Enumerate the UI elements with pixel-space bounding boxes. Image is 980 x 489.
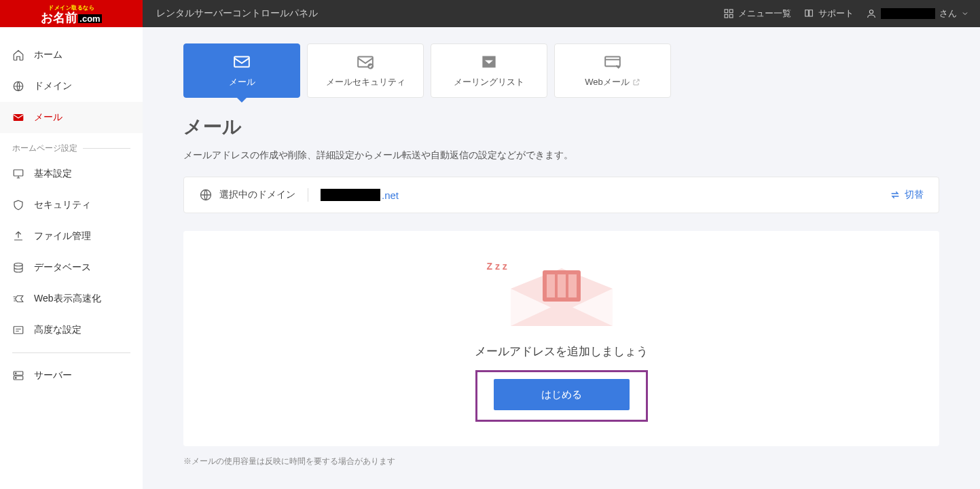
menu-list-link[interactable]: メニュー一覧	[723, 7, 791, 20]
tab-webmail[interactable]: Webメール	[554, 43, 671, 98]
switch-label: 切替	[905, 189, 924, 201]
globe-icon	[12, 80, 24, 92]
sidebar-item-home[interactable]: ホーム	[0, 39, 143, 71]
svg-rect-9	[14, 327, 23, 334]
external-link-icon	[632, 78, 640, 86]
sleeping-mail-illustration: Z z z	[501, 258, 623, 333]
monitor-icon	[12, 168, 24, 180]
sidebar-item-basic[interactable]: 基本設定	[0, 158, 143, 189]
svg-point-4	[869, 10, 873, 14]
domain-label: 選択中のドメイン	[219, 189, 295, 201]
sidebar-label: セキュリティ	[34, 199, 91, 211]
settings-icon	[12, 324, 24, 336]
sidebar-label: サーバー	[34, 369, 72, 382]
sidebar-divider	[12, 352, 130, 353]
tabs: メール メールセキュリティ メーリングリスト Webメール	[183, 43, 939, 98]
chevron-down-icon	[961, 10, 969, 18]
sidebar-item-file[interactable]: ファイル管理	[0, 221, 143, 252]
sidebar-label: 高度な設定	[34, 324, 81, 336]
sidebar-item-database[interactable]: データベース	[0, 252, 143, 283]
logo-tagline: ドメイン取るなら	[48, 4, 94, 12]
sidebar-item-domain[interactable]: ドメイン	[0, 71, 143, 102]
selected-domain: .net	[321, 189, 399, 201]
svg-rect-21	[558, 274, 566, 297]
app-title: レンタルサーバーコントロールパネル	[156, 7, 318, 20]
globe-icon	[199, 188, 213, 202]
svg-rect-3	[729, 14, 733, 18]
page-description: メールアドレスの作成や削除、詳細設定からメール転送や自動返信の設定などができます…	[183, 149, 939, 162]
support-label: サポート	[818, 7, 854, 20]
svg-rect-17	[605, 56, 620, 66]
tab-label: メーリングリスト	[454, 76, 524, 88]
svg-rect-20	[547, 274, 555, 297]
support-link[interactable]: サポート	[803, 7, 854, 20]
svg-point-8	[14, 263, 22, 266]
sidebar-label: Web表示高速化	[34, 293, 101, 305]
sidebar-label: ファイル管理	[34, 230, 91, 242]
home-icon	[12, 49, 24, 61]
svg-rect-2	[725, 14, 728, 18]
mail-list-icon	[478, 53, 500, 71]
empty-state-panel: Z z z メールアドレスを追加しましょう はじめる	[183, 231, 939, 446]
mail-icon	[231, 53, 253, 71]
user-suffix: さん	[939, 7, 957, 20]
sidebar-label: ホーム	[34, 49, 62, 61]
user-name-redacted	[881, 8, 935, 19]
upload-icon	[12, 230, 24, 242]
swap-icon	[890, 189, 901, 200]
logo-dotcom: .com	[78, 14, 101, 23]
svg-rect-14	[234, 56, 249, 67]
tab-label: Webメール	[585, 76, 630, 88]
page-title: メール	[183, 114, 939, 140]
menu-list-label: メニュー一覧	[738, 7, 791, 20]
logo-name: お名前	[41, 12, 77, 24]
tab-mailing-list[interactable]: メーリングリスト	[431, 43, 547, 98]
svg-point-13	[16, 378, 17, 379]
sidebar-item-security[interactable]: セキュリティ	[0, 189, 143, 221]
sidebar-section-homepage: ホームページ設定	[0, 133, 143, 158]
footer-note: ※メールの使用容量は反映に時間を要する場合があります	[183, 456, 939, 467]
empty-state-message: メールアドレスを追加しましょう	[475, 344, 648, 359]
user-icon	[866, 8, 877, 19]
sidebar-item-speed[interactable]: Web表示高速化	[0, 283, 143, 314]
tab-label: メールセキュリティ	[326, 76, 405, 88]
start-highlight-box: はじめる	[475, 370, 648, 422]
mail-icon	[12, 111, 24, 124]
database-icon	[12, 261, 24, 274]
sidebar-item-advanced[interactable]: 高度な設定	[0, 314, 143, 346]
shield-icon	[12, 199, 24, 211]
svg-point-12	[16, 373, 17, 374]
tab-mail-security[interactable]: メールセキュリティ	[307, 43, 424, 98]
sidebar-item-mail[interactable]: メール	[0, 102, 143, 133]
tab-mail[interactable]: メール	[183, 43, 300, 98]
sidebar-item-server[interactable]: サーバー	[0, 360, 143, 391]
sidebar-label: メール	[34, 111, 62, 124]
domain-bar: 選択中のドメイン .net 切替	[183, 177, 939, 213]
domain-tld: .net	[382, 189, 399, 201]
server-icon	[12, 369, 24, 382]
svg-rect-0	[725, 10, 728, 13]
tab-label: メール	[229, 76, 255, 88]
svg-rect-1	[729, 10, 733, 13]
speed-icon	[12, 293, 24, 305]
svg-rect-6	[14, 115, 23, 121]
user-menu[interactable]: さん	[866, 7, 969, 20]
book-icon	[803, 8, 814, 19]
switch-domain-button[interactable]: 切替	[890, 189, 924, 201]
mail-shield-icon	[355, 53, 376, 71]
start-button[interactable]: はじめる	[494, 379, 630, 410]
brand-logo[interactable]: ドメイン取るなら お名前 .com	[0, 0, 143, 27]
sidebar-label: データベース	[34, 261, 91, 274]
svg-rect-22	[568, 274, 577, 297]
svg-rect-7	[14, 170, 23, 176]
webmail-icon	[602, 53, 623, 71]
sidebar: ホーム ドメイン メール ホームページ設定 基本設定 セキュリティ ファイル管理…	[0, 27, 143, 489]
sidebar-label: 基本設定	[34, 168, 72, 180]
sidebar-label: ドメイン	[34, 80, 72, 92]
grid-icon	[723, 8, 734, 19]
domain-name-redacted	[321, 189, 380, 201]
